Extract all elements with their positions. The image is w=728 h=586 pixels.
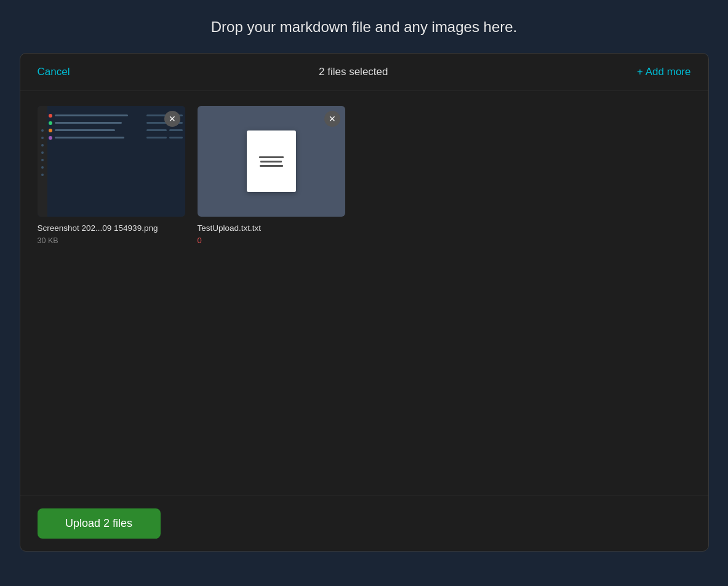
file-1-name: Screenshot 202...09 154939.png (38, 223, 185, 235)
file-list-area: ✕ Screenshot 202...09 154939.png 30 KB (20, 91, 708, 496)
add-more-button[interactable]: + Add more (637, 66, 690, 78)
file-1-size: 30 KB (38, 236, 185, 245)
file-picker-header: Cancel 2 files selected + Add more (20, 54, 708, 91)
document-icon (247, 130, 296, 192)
file-thumbnail: ✕ (38, 106, 185, 217)
cancel-button[interactable]: Cancel (38, 66, 70, 78)
list-item: ✕ TestUpload.txt.txt 0 (198, 106, 345, 245)
remove-file-1-button[interactable]: ✕ (164, 111, 180, 127)
list-item: ✕ Screenshot 202...09 154939.png 30 KB (38, 106, 185, 245)
file-2-name: TestUpload.txt.txt (198, 223, 345, 235)
file-2-size: 0 (198, 236, 345, 245)
upload-button[interactable]: Upload 2 files (38, 508, 161, 539)
file-picker-container: Cancel 2 files selected + Add more (20, 53, 709, 552)
file-thumbnail: ✕ (198, 106, 345, 217)
screenshot-preview (38, 106, 185, 217)
drop-instruction: Drop your markdown file and any images h… (211, 18, 518, 36)
remove-file-2-button[interactable]: ✕ (324, 111, 340, 127)
txt-preview (198, 106, 345, 217)
files-selected-label: 2 files selected (319, 66, 388, 78)
file-picker-footer: Upload 2 files (20, 496, 708, 551)
